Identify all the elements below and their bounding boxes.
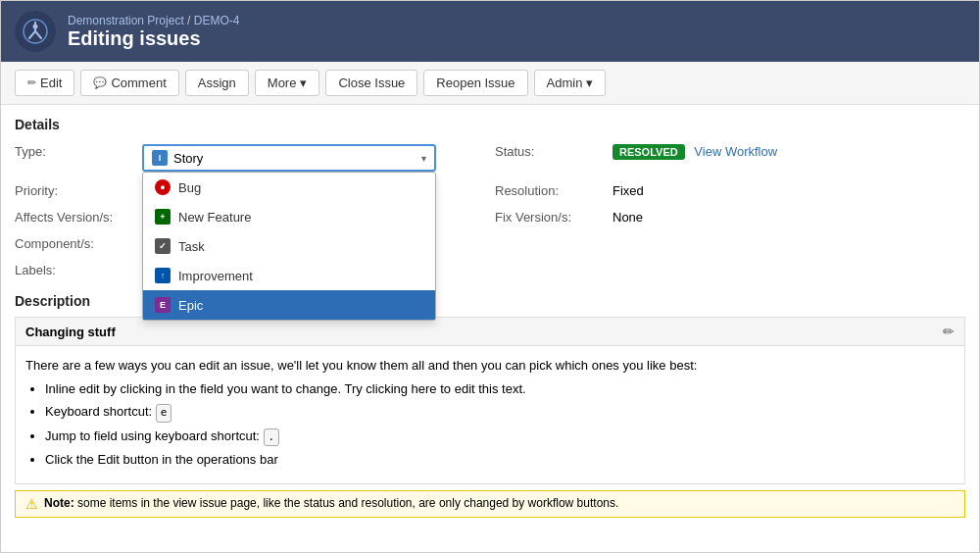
issue-id-link[interactable]: DEMO-4 — [194, 14, 240, 27]
assign-label: Assign — [198, 75, 236, 90]
close-issue-button[interactable]: Close Issue — [325, 70, 417, 96]
reopen-issue-button[interactable]: Reopen Issue — [423, 70, 527, 96]
bullet-1-text: Inline edit by clicking in the field you… — [45, 381, 526, 396]
epic-icon: E — [155, 297, 171, 313]
priority-label: Priority: — [15, 179, 142, 202]
status-label: Status: — [495, 140, 612, 176]
project-link[interactable]: Demonstration Project — [68, 14, 184, 27]
story-icon: I — [152, 150, 168, 166]
type-dropdown-wrapper: I Story ▾ ● Bug + New Feature — [142, 144, 495, 172]
task-label: Task — [178, 239, 205, 254]
description-card-header: Changing stuff ✏ — [15, 317, 965, 345]
details-grid: Type: I Story ▾ ● Bug — [15, 140, 965, 281]
fix-version-value: None — [612, 206, 965, 228]
description-bullet-2: Keyboard shortcut: e — [45, 402, 955, 423]
dropdown-item-bug[interactable]: ● Bug — [143, 173, 435, 202]
dropdown-item-task[interactable]: ✓ Task — [143, 231, 435, 261]
affects-label: Affects Version/s: — [15, 206, 142, 228]
admin-button[interactable]: Admin ▾ — [534, 70, 607, 96]
assign-button[interactable]: Assign — [185, 70, 249, 96]
dropdown-item-epic[interactable]: E Epic — [143, 290, 435, 320]
dropdown-trigger-text: I Story — [152, 150, 203, 166]
toolbar: ✏ Edit 💬 Comment Assign More ▾ Close Iss… — [1, 62, 979, 105]
close-issue-label: Close Issue — [338, 75, 405, 90]
bullet-2-prefix: Keyboard shortcut: — [45, 404, 156, 419]
keyboard-shortcut-dot: . — [264, 428, 280, 447]
dropdown-item-new-feature[interactable]: + New Feature — [143, 202, 435, 231]
epic-label: Epic — [178, 298, 203, 313]
breadcrumb: Demonstration Project / DEMO-4 — [68, 14, 239, 27]
reopen-issue-label: Reopen Issue — [436, 75, 514, 90]
description-list: Inline edit by clicking in the field you… — [45, 379, 955, 470]
more-button[interactable]: More ▾ — [255, 70, 320, 96]
status-badge: RESOLVED — [612, 144, 685, 160]
pencil-icon: ✏ — [27, 76, 36, 89]
chevron-down-icon: ▾ — [300, 75, 307, 90]
fix-version-label: Fix Version/s: — [495, 206, 612, 228]
description-card-title: Changing stuff — [25, 325, 116, 339]
resolution-value: Fixed — [612, 179, 965, 202]
page-title: Editing issues — [68, 27, 239, 50]
description-section: Description Changing stuff ✏ There are a… — [15, 293, 965, 518]
resolution-label: Resolution: — [495, 179, 612, 202]
labels-label: Labels: — [15, 259, 142, 281]
more-label: More — [268, 75, 297, 90]
details-section-title: Details — [15, 117, 965, 132]
type-dropdown-menu: ● Bug + New Feature ✓ Task ↑ — [142, 172, 436, 321]
view-workflow-link[interactable]: View Workflow — [694, 144, 777, 159]
description-bullet-1: Inline edit by clicking in the field you… — [45, 379, 955, 399]
bug-label: Bug — [178, 180, 201, 195]
warning-icon: ⚠ — [25, 496, 38, 512]
note-text: some items in the view issue page, like … — [77, 496, 618, 510]
bug-icon: ● — [155, 179, 171, 195]
bullet-3-prefix: Jump to field using keyboard shortcut: — [45, 428, 264, 443]
description-body: There are a few ways you can edit an iss… — [15, 345, 965, 484]
page-header: Demonstration Project / DEMO-4 Editing i… — [1, 1, 979, 62]
type-current-value: Story — [173, 151, 203, 166]
breadcrumb-separator: / — [187, 14, 194, 27]
comment-icon: 💬 — [93, 76, 107, 89]
edit-label: Edit — [40, 75, 62, 90]
improvement-label: Improvement — [178, 269, 253, 283]
description-edit-icon[interactable]: ✏ — [943, 324, 955, 339]
description-intro: There are a few ways you can edit an iss… — [25, 356, 955, 376]
svg-point-1 — [33, 25, 38, 29]
note-bar: ⚠ Note: some items in the view issue pag… — [15, 490, 965, 518]
new-feature-label: New Feature — [178, 210, 251, 225]
main-content: Details Type: I Story ▾ ● — [1, 105, 979, 552]
header-text: Demonstration Project / DEMO-4 Editing i… — [68, 14, 239, 50]
task-icon: ✓ — [155, 238, 171, 254]
admin-label: Admin — [547, 75, 583, 90]
keyboard-shortcut-e: e — [156, 404, 172, 423]
type-dropdown-trigger[interactable]: I Story ▾ — [142, 144, 436, 172]
type-label: Type: — [15, 140, 142, 176]
note-content: Note: some items in the view issue page,… — [44, 496, 618, 510]
type-value: I Story ▾ ● Bug + New Feature — [142, 140, 495, 176]
improvement-icon: ↑ — [155, 268, 171, 283]
edit-button[interactable]: ✏ Edit — [15, 70, 74, 96]
dropdown-item-improvement[interactable]: ↑ Improvement — [143, 261, 435, 290]
component-label: Component/s: — [15, 232, 142, 255]
project-logo[interactable] — [15, 11, 56, 52]
admin-chevron-icon: ▾ — [586, 75, 593, 90]
status-value-cell: RESOLVED View Workflow hover over, click… — [612, 140, 965, 176]
new-feature-icon: + — [155, 209, 171, 225]
note-label: Note: — [44, 496, 74, 510]
comment-label: Comment — [111, 75, 166, 90]
comment-button[interactable]: 💬 Comment — [80, 70, 178, 96]
description-bullet-3: Jump to field using keyboard shortcut: . — [45, 427, 955, 447]
dropdown-arrow-icon: ▾ — [421, 153, 426, 164]
description-bullet-4: Click the Edit button in the operations … — [45, 450, 955, 470]
